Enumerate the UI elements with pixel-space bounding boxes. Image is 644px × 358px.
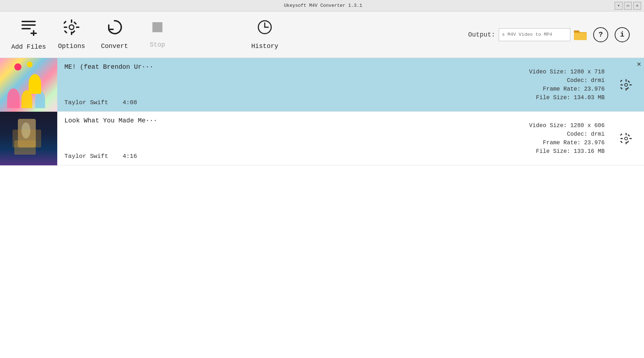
svg-rect-26 (629, 84, 632, 85)
history-button[interactable]: History (243, 11, 286, 58)
output-label: Output: (468, 31, 495, 38)
info-button[interactable]: i (615, 27, 630, 42)
svg-rect-35 (620, 138, 623, 139)
main-layout: Add Files Options (0, 11, 644, 358)
options-icon (64, 19, 79, 40)
svg-point-32 (625, 137, 627, 140)
file-artist-duration-2: Taylor Swift 4:16 (64, 153, 501, 160)
file-item[interactable]: ME! (feat Brendon Ur··· Taylor Swift 4:0… (0, 58, 644, 112)
frame-rate-row-1: Frame Rate: 23.976 (508, 86, 605, 92)
title-bar: Ukeysoft M4V Converter 1.3.1 ▾ ▭ ✕ (0, 0, 644, 11)
codec-label-1: Codec: (567, 77, 591, 84)
svg-rect-20 (574, 33, 587, 40)
stop-icon (151, 21, 164, 38)
svg-rect-7 (71, 19, 72, 23)
frame-rate-value-2: 23.976 (584, 140, 605, 146)
file-artist-duration-1: Taylor Swift 4:08 (64, 99, 501, 106)
file-size-row-2: File Size: 133.16 MB (508, 148, 605, 155)
convert-label: Convert (101, 43, 128, 50)
help-icon: ? (599, 30, 603, 39)
file-duration-2: 4:16 (122, 153, 137, 160)
codec-row-1: Codec: drmi (508, 77, 605, 84)
svg-point-6 (70, 25, 73, 29)
settings-button-2[interactable] (615, 133, 637, 144)
history-label: History (251, 43, 278, 50)
codec-label-2: Codec: (567, 131, 591, 137)
output-input[interactable] (499, 28, 570, 41)
file-duration-1: 4:08 (122, 99, 137, 106)
svg-rect-36 (629, 138, 632, 139)
options-button[interactable]: Options (50, 11, 93, 58)
file-title-1: ME! (feat Brendon Ur··· (64, 63, 501, 71)
svg-rect-14 (73, 21, 77, 25)
video-size-label-2: Video Size: (529, 122, 570, 129)
help-button[interactable]: ? (593, 27, 608, 42)
svg-rect-25 (620, 84, 623, 85)
close-button[interactable]: ✕ (633, 2, 641, 10)
file-info-1: ME! (feat Brendon Ur··· Taylor Swift 4:0… (57, 58, 508, 111)
minimize-button[interactable]: ▾ (615, 2, 623, 10)
options-label: Options (58, 43, 85, 50)
file-size-label-2: File Size: (536, 148, 574, 155)
file-item[interactable]: Look What You Made Me··· Taylor Swift 4:… (0, 112, 644, 165)
frame-rate-value-1: 23.976 (584, 86, 605, 92)
thumbnail-1 (0, 58, 57, 112)
video-size-row-2: Video Size: 1280 x 606 (508, 122, 605, 129)
codec-row-2: Codec: drmi (508, 131, 605, 137)
file-artist-2: Taylor Swift (64, 153, 108, 160)
close-button-1[interactable]: ✕ (637, 61, 641, 68)
svg-rect-27 (620, 79, 623, 82)
window-controls[interactable]: ▾ ▭ ✕ (615, 2, 641, 10)
stop-button[interactable]: Stop (136, 11, 179, 58)
svg-rect-33 (626, 133, 627, 135)
svg-rect-28 (626, 87, 629, 90)
svg-rect-29 (620, 87, 623, 90)
codec-value-2: drmi (591, 131, 605, 137)
window-title: Ukeysoft M4V Converter 1.3.1 (31, 3, 615, 8)
add-files-button[interactable]: Add Files (7, 11, 50, 58)
svg-rect-11 (64, 21, 67, 24)
settings-button-1[interactable] (615, 79, 637, 91)
svg-rect-39 (620, 141, 623, 143)
svg-rect-38 (626, 141, 629, 143)
svg-rect-15 (152, 22, 162, 32)
folder-button[interactable] (574, 28, 587, 41)
video-size-value-2: 1280 x 606 (570, 122, 605, 129)
svg-rect-34 (626, 142, 627, 144)
frame-rate-label-1: Frame Rate: (543, 86, 584, 92)
video-size-row-1: Video Size: 1280 x 718 (508, 69, 605, 75)
file-size-label-1: File Size: (536, 95, 574, 101)
file-artist-1: Taylor Swift (64, 99, 108, 106)
thumbnail-2 (0, 112, 57, 165)
file-meta-2: Video Size: 1280 x 606 Codec: drmi Frame… (508, 122, 615, 155)
svg-rect-40 (628, 134, 630, 136)
file-size-row-1: File Size: 134.03 MB (508, 95, 605, 101)
video-size-label-1: Video Size: (529, 69, 570, 75)
svg-rect-13 (64, 30, 68, 34)
add-files-icon (20, 19, 37, 40)
file-title-2: Look What You Made Me··· (64, 117, 501, 124)
file-meta-1: Video Size: 1280 x 718 Codec: drmi Frame… (508, 69, 615, 101)
info-icon: i (620, 30, 624, 39)
svg-point-22 (625, 84, 627, 86)
output-area: Output: ? i (468, 27, 630, 42)
convert-button[interactable]: Convert (93, 11, 136, 58)
svg-rect-12 (72, 30, 75, 34)
toolbar: Add Files Options (0, 11, 644, 58)
codec-value-1: drmi (591, 77, 605, 84)
frame-rate-row-2: Frame Rate: 23.976 (508, 140, 605, 146)
svg-rect-24 (626, 88, 627, 91)
stop-label: Stop (150, 41, 165, 48)
svg-rect-8 (71, 32, 72, 35)
frame-rate-label-2: Frame Rate: (543, 140, 584, 146)
history-icon (257, 19, 273, 40)
svg-rect-30 (628, 80, 630, 83)
video-size-value-1: 1280 x 718 (570, 69, 605, 75)
svg-rect-9 (64, 26, 67, 28)
svg-rect-37 (620, 133, 623, 136)
restore-button[interactable]: ▭ (624, 2, 632, 10)
file-info-2: Look What You Made Me··· Taylor Swift 4:… (57, 112, 508, 165)
svg-rect-10 (76, 26, 79, 28)
content-area: ME! (feat Brendon Ur··· Taylor Swift 4:0… (0, 58, 644, 358)
add-files-label: Add Files (11, 43, 46, 50)
